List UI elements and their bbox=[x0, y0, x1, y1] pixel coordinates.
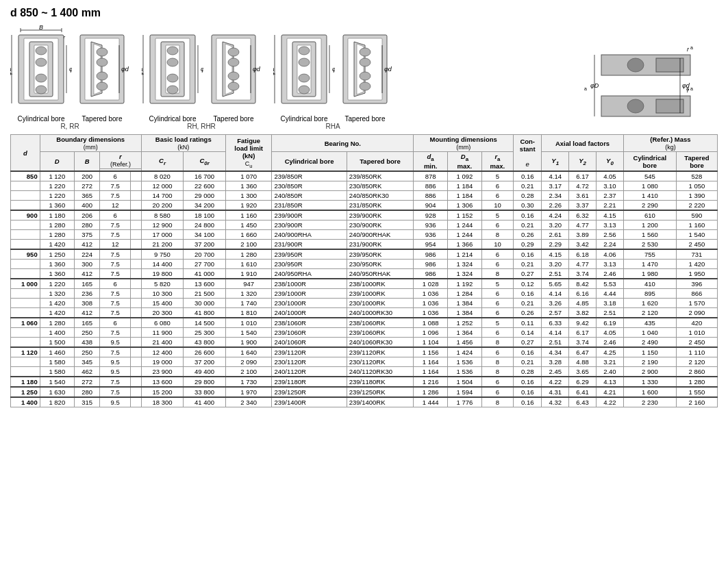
cell-Y2: 4.88 bbox=[569, 357, 597, 367]
cell-e: 0.26 bbox=[514, 308, 542, 318]
cell-Cor: 41 400 bbox=[184, 397, 226, 407]
cell-Cu: 1 910 bbox=[225, 269, 272, 279]
cell-mass-cyl: 1 620 bbox=[623, 299, 676, 308]
label-tap-1: Tapered bore bbox=[82, 115, 123, 123]
cell-B: 250 bbox=[74, 328, 99, 338]
svg-text:φd: φd bbox=[121, 66, 129, 73]
cell-Y0: 4.44 bbox=[596, 289, 623, 299]
cell-mass-cyl: 610 bbox=[623, 210, 676, 220]
cell-Y0: 2.40 bbox=[596, 367, 623, 377]
cell-D: 1 420 bbox=[40, 299, 74, 308]
cell-B: 280 bbox=[74, 220, 99, 230]
cell-ra-max: 5 bbox=[481, 279, 513, 289]
cell-Y2: 6.43 bbox=[569, 397, 597, 407]
cell-r: 6 bbox=[100, 210, 131, 220]
cell-r2 bbox=[131, 210, 142, 220]
cell-Y1: 2.51 bbox=[542, 269, 569, 279]
cell-Y1: 4.14 bbox=[542, 171, 569, 181]
cell-da-min: 1 088 bbox=[414, 318, 448, 328]
svg-point-53 bbox=[299, 47, 310, 55]
cell-B: 165 bbox=[74, 318, 99, 328]
cell-Y0: 2.56 bbox=[596, 230, 623, 240]
cell-r: 7.5 bbox=[100, 387, 131, 397]
cell-mass-tap: 2 090 bbox=[676, 308, 717, 318]
cell-Cr: 21 200 bbox=[141, 240, 184, 250]
cell-Y0: 2.51 bbox=[596, 308, 623, 318]
svg-point-55 bbox=[299, 74, 310, 82]
cell-r: 7.5 bbox=[100, 181, 131, 191]
cell-d: 1 250 bbox=[11, 387, 40, 397]
table-row: 1 3603007.514 40027 7001 610230/950R230/… bbox=[11, 260, 718, 269]
cell-mass-cyl: 2 290 bbox=[623, 201, 676, 211]
cell-Cr: 12 900 bbox=[141, 220, 184, 230]
bearing-diagram-tap-3: φd bbox=[338, 25, 392, 114]
data-table: d Boundary dimensions(mm) Basic load rat… bbox=[10, 134, 718, 407]
cell-Cr: 8 580 bbox=[141, 210, 184, 220]
cell-Y2: 3.37 bbox=[569, 201, 597, 211]
col-header-boundary: Boundary dimensions(mm) bbox=[40, 135, 141, 152]
cell-mass-tap: 1 050 bbox=[676, 181, 717, 191]
svg-text:a: a bbox=[686, 86, 689, 91]
cell-Cor: 25 300 bbox=[184, 328, 226, 338]
svg-text:r: r bbox=[687, 46, 690, 53]
header-row-2: D B r(Refer.) Cr C0r Cylindrical bore Ta… bbox=[11, 152, 718, 169]
cell-Da-max: 1 504 bbox=[448, 377, 482, 387]
cell-e: 0.27 bbox=[514, 338, 542, 348]
cell-mass-cyl: 1 980 bbox=[623, 269, 676, 279]
cell-r: 7.5 bbox=[100, 269, 131, 279]
cell-da-min: 1 164 bbox=[414, 367, 448, 377]
cell-Cu: 1 540 bbox=[225, 328, 272, 338]
cell-mass-tap: 1 420 bbox=[676, 260, 717, 269]
cell-B: 400 bbox=[74, 201, 99, 211]
cell-Cr: 11 900 bbox=[141, 328, 184, 338]
cell-r: 7.5 bbox=[100, 328, 131, 338]
cell-Y2: 6.17 bbox=[569, 328, 597, 338]
cell-tap: 239/850RK bbox=[347, 171, 414, 181]
diagram-cyl-3: φD φd Cylindrical bore bbox=[273, 25, 335, 123]
technical-drawing: r a r a φD a φd a bbox=[560, 41, 718, 130]
cell-mass-cyl: 410 bbox=[623, 279, 676, 289]
cell-r2 bbox=[131, 201, 142, 211]
cell-d: 1 060 bbox=[11, 318, 40, 328]
cell-da-min: 1 156 bbox=[414, 347, 448, 357]
cell-B: 300 bbox=[74, 260, 99, 269]
cell-d bbox=[11, 338, 40, 348]
cell-Cor: 30 000 bbox=[184, 299, 226, 308]
cell-r: 9.5 bbox=[100, 367, 131, 377]
col-header-d: d bbox=[11, 135, 40, 172]
svg-text:φD: φD bbox=[273, 66, 275, 75]
cell-Da-max: 1 252 bbox=[448, 318, 482, 328]
col-Y2: Y2 bbox=[569, 152, 597, 172]
header-row-1: d Boundary dimensions(mm) Basic load rat… bbox=[11, 135, 718, 152]
col-Y1: Y1 bbox=[542, 152, 569, 172]
cell-d bbox=[11, 308, 40, 318]
cell-ra-max: 6 bbox=[481, 299, 513, 308]
cell-e: 0.26 bbox=[514, 230, 542, 240]
col-B: B bbox=[74, 152, 99, 172]
cell-Cu: 1 740 bbox=[225, 299, 272, 308]
cell-r2 bbox=[131, 171, 142, 181]
label-cyl-1: Cylindrical bore bbox=[18, 115, 65, 123]
svg-point-23 bbox=[97, 72, 108, 80]
diagram-cyl-1: B r bbox=[10, 25, 72, 123]
cell-d bbox=[11, 260, 40, 269]
cell-Cor: 33 800 bbox=[184, 387, 226, 397]
cell-r: 6 bbox=[100, 171, 131, 181]
cell-cyl: 239/1060R bbox=[272, 328, 347, 338]
cell-r: 7.5 bbox=[100, 308, 131, 318]
cell-Cu: 1 450 bbox=[225, 220, 272, 230]
cell-ra-max: 6 bbox=[481, 308, 513, 318]
cell-e: 0.16 bbox=[514, 387, 542, 397]
cell-ra-max: 8 bbox=[481, 367, 513, 377]
cell-Cr: 20 200 bbox=[141, 201, 184, 211]
cell-r2 bbox=[131, 357, 142, 367]
svg-point-10 bbox=[36, 58, 47, 66]
cell-Da-max: 1 244 bbox=[448, 230, 482, 240]
cell-r2 bbox=[131, 318, 142, 328]
svg-text:φD: φD bbox=[10, 66, 12, 75]
cell-r: 12 bbox=[100, 240, 131, 250]
cell-da-min: 1 028 bbox=[414, 279, 448, 289]
cell-Y0: 3.21 bbox=[596, 357, 623, 367]
cell-e: 0.21 bbox=[514, 260, 542, 269]
cell-r: 12 bbox=[100, 201, 131, 211]
